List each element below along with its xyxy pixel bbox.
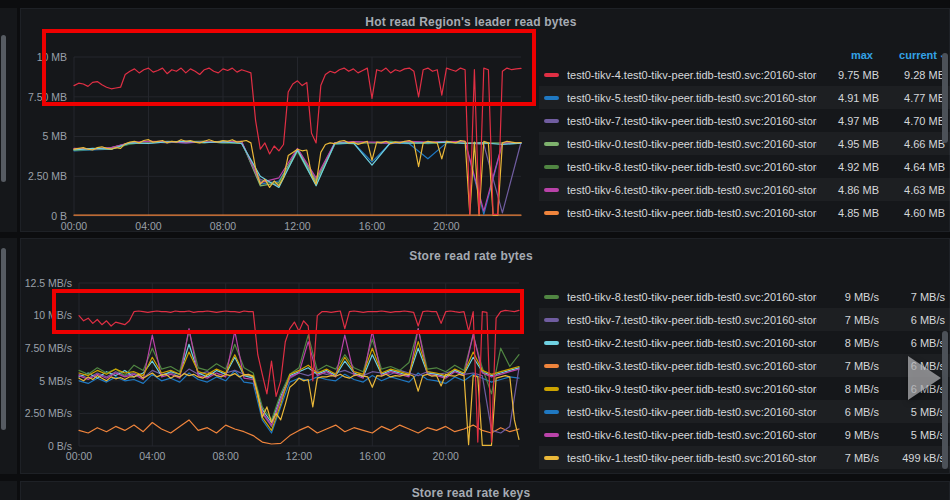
legend-item[interactable]: test0-tikv-2.test0-tikv-peer.tidb-test0.… (539, 331, 950, 354)
store-read-rate-chart[interactable]: 12.5 MB/s10 MB/s7.50 MB/s5 MB/s2.50 MB/s… (21, 269, 561, 473)
x-axis-tick-label: 04:00 (135, 220, 161, 232)
series-label[interactable]: test0-tikv-3.test0-tikv-peer.tidb-test0.… (567, 360, 817, 372)
series-label[interactable]: test0-tikv-6.test0-tikv-peer.tidb-test0.… (567, 429, 817, 441)
series-max-value: 4.86 MB (817, 184, 879, 196)
series-label[interactable]: test0-tikv-9.test0-tikv-peer.tidb-test0.… (567, 383, 817, 395)
x-axis-tick-label: 08:00 (213, 450, 239, 462)
series-current-value: 9.28 MB (879, 69, 945, 81)
series-label[interactable]: test0-tikv-2.test0-tikv-peer.tidb-test0.… (567, 337, 817, 349)
series-color-swatch (544, 433, 559, 437)
series-max-value: 4.97 MB (817, 115, 879, 127)
series-color-swatch (544, 73, 559, 77)
legend-item[interactable]: test0-tikv-8.test0-tikv-peer.tidb-test0.… (539, 155, 950, 178)
legend-item[interactable]: test0-tikv-7.test0-tikv-peer.tidb-test0.… (539, 308, 950, 331)
series-current-value: 4.64 MB (879, 161, 945, 173)
hot-read-legend: max current ⌄ test0-tikv-4.test0-tikv-pe… (539, 46, 950, 228)
cropped-left-panel-top (0, 8, 17, 232)
next-arrow-button[interactable] (905, 353, 945, 403)
x-axis-tick-label: 16:00 (359, 450, 385, 462)
y-axis-tick-label: 5 MB/s (39, 375, 72, 387)
series-label[interactable]: test0-tikv-6.test0-tikv-peer.tidb-test0.… (567, 184, 817, 196)
legend-rows: test0-tikv-8.test0-tikv-peer.tidb-test0.… (539, 285, 950, 469)
series-max-value: 4.92 MB (817, 161, 879, 173)
series-color-swatch (544, 341, 559, 345)
y-axis-tick-label: 5 MB (42, 130, 67, 142)
series-current-value: 4.60 MB (879, 207, 945, 219)
series-label[interactable]: test0-tikv-4.test0-tikv-peer.tidb-test0.… (567, 69, 817, 81)
legend-sort-current[interactable]: current (873, 49, 937, 61)
series-max-value: 9 MB/s (817, 429, 879, 441)
legend-item[interactable]: test0-tikv-5.test0-tikv-peer.tidb-test0.… (539, 86, 950, 109)
x-axis-tick-label: 00:00 (66, 450, 92, 462)
legend-item[interactable]: test0-tikv-0.test0-tikv-peer.tidb-test0.… (539, 132, 950, 155)
left-panel-scrollbar-thumb[interactable] (1, 35, 6, 182)
series-label[interactable]: test0-tikv-8.test0-tikv-peer.tidb-test0.… (567, 291, 817, 303)
series-max-value: 8 MB/s (817, 383, 879, 395)
y-axis-tick-label: 7.50 MB (28, 91, 67, 103)
series-color-swatch (544, 456, 559, 460)
y-axis-tick-label: 10 MB/s (33, 309, 72, 321)
series-label[interactable]: test0-tikv-7.test0-tikv-peer.tidb-test0.… (567, 115, 817, 127)
legend-item[interactable]: test0-tikv-7.test0-tikv-peer.tidb-test0.… (539, 109, 950, 132)
panel-title[interactable]: Store read rate keys (21, 486, 921, 500)
legend-item[interactable]: test0-tikv-8.test0-tikv-peer.tidb-test0.… (539, 285, 950, 308)
series-label[interactable]: test0-tikv-1.test0-tikv-peer.tidb-test0.… (567, 452, 817, 464)
series-max-value: 9 MB/s (817, 291, 879, 303)
series-color-swatch (544, 211, 559, 215)
series-label[interactable]: test0-tikv-3.test0-tikv-peer.tidb-test0.… (567, 207, 817, 219)
x-axis-tick-label: 08:00 (210, 220, 236, 232)
series-current-value: 4.70 MB (879, 115, 945, 127)
series-label[interactable]: test0-tikv-7.test0-tikv-peer.tidb-test0.… (567, 314, 817, 326)
series-max-value: 6 MB/s (817, 406, 879, 418)
series-current-value: 4.63 MB (879, 184, 945, 196)
store-read-rate-legend: test0-tikv-8.test0-tikv-peer.tidb-test0.… (539, 285, 950, 471)
legend-item[interactable]: test0-tikv-4.test0-tikv-peer.tidb-test0.… (539, 63, 950, 86)
series-max-value: 7 MB/s (817, 452, 879, 464)
series-label[interactable]: test0-tikv-0.test0-tikv-peer.tidb-test0.… (567, 138, 817, 150)
series-max-value: 4.91 MB (817, 92, 879, 104)
x-axis-tick-label: 20:00 (433, 450, 459, 462)
legend-item[interactable]: test0-tikv-5.test0-tikv-peer.tidb-test0.… (539, 400, 950, 423)
series-current-value: 7 MB/s (879, 291, 945, 303)
legend-item[interactable]: test0-tikv-3.test0-tikv-peer.tidb-test0.… (539, 201, 950, 224)
panel-title[interactable]: Store read rate bytes (21, 249, 921, 263)
panel-store-read-rate-keys: Store read rate keys (20, 481, 950, 500)
x-axis-tick-label: 20:00 (433, 220, 459, 232)
series-max-value: 4.85 MB (817, 207, 879, 219)
series-color-swatch (544, 364, 559, 368)
series-max-value: 4.95 MB (817, 138, 879, 150)
y-axis-tick-label: 2.50 MB (28, 170, 67, 182)
legend-item[interactable]: test0-tikv-3.test0-tikv-peer.tidb-test0.… (539, 354, 950, 377)
legend-header: max current ⌄ (539, 46, 950, 63)
series-color-swatch (544, 165, 559, 169)
series-label[interactable]: test0-tikv-8.test0-tikv-peer.tidb-test0.… (567, 161, 817, 173)
legend-scrollbar-thumb[interactable] (942, 53, 948, 143)
series-current-value: 4.66 MB (879, 138, 945, 150)
x-axis-tick-label: 16:00 (359, 220, 385, 232)
legend-item[interactable]: test0-tikv-9.test0-tikv-peer.tidb-test0.… (539, 377, 950, 400)
left-panel-scrollbar-thumb[interactable] (1, 248, 6, 430)
series-color-swatch (544, 96, 559, 100)
legend-item[interactable]: test0-tikv-6.test0-tikv-peer.tidb-test0.… (539, 423, 950, 446)
series-color-swatch (544, 295, 559, 299)
series-max-value: 8 MB/s (817, 337, 879, 349)
legend-sort-max[interactable]: max (811, 49, 873, 61)
series-color-swatch (544, 387, 559, 391)
series-current-value: 6 MB/s (879, 314, 945, 326)
hot-read-chart[interactable]: 10 MB7.50 MB5 MB2.50 MB0 B00:0004:0008:0… (21, 37, 561, 237)
series-color-swatch (544, 318, 559, 322)
legend-item[interactable]: test0-tikv-1.test0-tikv-peer.tidb-test0.… (539, 446, 950, 469)
series-label[interactable]: test0-tikv-5.test0-tikv-peer.tidb-test0.… (567, 92, 817, 104)
legend-rows: test0-tikv-4.test0-tikv-peer.tidb-test0.… (539, 63, 950, 224)
cropped-left-panel-bottom (0, 481, 17, 500)
series-color-swatch (544, 410, 559, 414)
series-color-swatch (544, 142, 559, 146)
series-color-swatch (544, 188, 559, 192)
legend-item[interactable]: test0-tikv-6.test0-tikv-peer.tidb-test0.… (539, 178, 950, 201)
panel-title[interactable]: Hot read Region's leader read bytes (21, 15, 921, 29)
cropped-left-panel-middle (0, 238, 17, 474)
x-axis-tick-label: 00:00 (61, 220, 87, 232)
series-max-value: 7 MB/s (817, 314, 879, 326)
series-label[interactable]: test0-tikv-5.test0-tikv-peer.tidb-test0.… (567, 406, 817, 418)
series-current-value: 5 MB/s (879, 429, 945, 441)
